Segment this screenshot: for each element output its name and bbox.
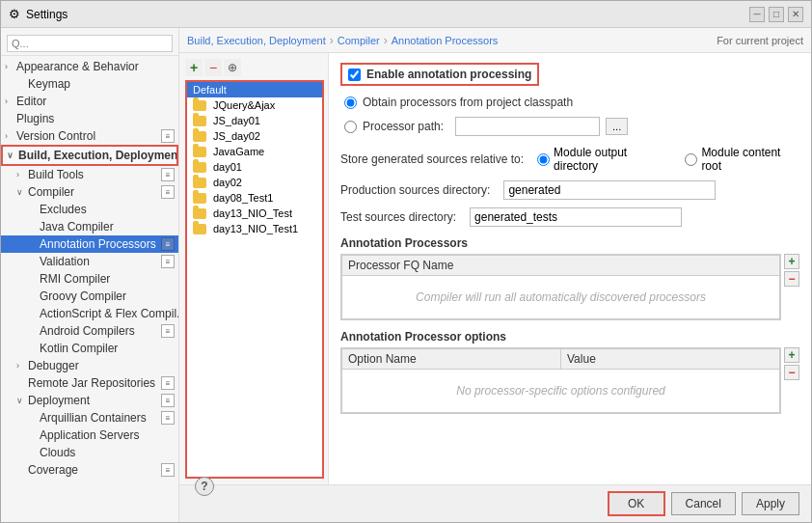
add-module-button[interactable]: + bbox=[185, 59, 203, 76]
annotation-options-table: Option Name Value No processor-specific … bbox=[341, 348, 780, 413]
obtain-processors-row: Obtain processors from project classpath bbox=[344, 96, 799, 109]
module-item-day13-nio[interactable]: day13_NIO_Test bbox=[187, 206, 322, 221]
folder-icon bbox=[193, 116, 206, 126]
production-sources-input[interactable] bbox=[503, 180, 716, 200]
title-bar-controls: ─ □ ✕ bbox=[749, 7, 803, 22]
window-title: Settings bbox=[26, 8, 68, 21]
sidebar-item-android-compilers[interactable]: Android Compilers ≡ bbox=[1, 322, 178, 340]
processor-path-label: Processor path: bbox=[363, 120, 444, 133]
sidebar-item-java-compiler[interactable]: Java Compiler bbox=[1, 218, 178, 235]
breadcrumb-build[interactable]: Build, Execution, Deployment bbox=[187, 35, 326, 46]
remove-option-button[interactable]: − bbox=[784, 365, 799, 380]
module-item-day01[interactable]: day01 bbox=[187, 159, 322, 175]
obtain-processors-radio[interactable] bbox=[344, 96, 357, 109]
processor-path-input[interactable] bbox=[455, 117, 600, 136]
main-content: › Appearance & Behavior Keymap › Editor … bbox=[1, 28, 811, 522]
sidebar-item-label: Build Tools bbox=[28, 168, 84, 181]
right-panel: Build, Execution, Deployment › Compiler … bbox=[179, 28, 811, 522]
title-bar: ⚙ Settings ─ □ ✕ bbox=[1, 1, 811, 28]
sidebar-item-deployment[interactable]: ∨ Deployment ≡ bbox=[1, 392, 178, 409]
module-item-javagame[interactable]: JavaGame bbox=[187, 144, 322, 159]
breadcrumb-annotation[interactable]: Annotation Processors bbox=[392, 35, 499, 46]
sidebar-item-label: Android Compilers bbox=[40, 324, 135, 338]
test-sources-input[interactable] bbox=[470, 207, 682, 227]
copy-module-button[interactable]: ⊕ bbox=[224, 59, 241, 76]
module-item-day02[interactable]: day02 bbox=[187, 175, 322, 190]
breadcrumb-sep-2: › bbox=[384, 34, 388, 47]
processor-path-radio[interactable] bbox=[344, 121, 357, 133]
module-item-day13-nio1[interactable]: day13_NIO_Test1 bbox=[187, 221, 322, 236]
options-placeholder-text: No processor-specific options configured bbox=[456, 384, 665, 398]
add-option-button[interactable]: + bbox=[784, 347, 799, 363]
sidebar-item-coverage[interactable]: Coverage ≡ bbox=[1, 461, 178, 479]
breadcrumb-compiler[interactable]: Compiler bbox=[338, 35, 380, 46]
sidebar-item-label: Clouds bbox=[40, 446, 75, 459]
processor-path-browse-button[interactable]: ... bbox=[606, 118, 628, 135]
sidebar-item-clouds[interactable]: Clouds bbox=[1, 444, 178, 461]
folder-icon bbox=[193, 193, 206, 204]
sidebar-item-debugger[interactable]: › Debugger bbox=[1, 357, 178, 374]
module-label: day08_Test1 bbox=[213, 192, 273, 204]
maximize-button[interactable]: □ bbox=[769, 7, 784, 22]
sidebar-item-excludes[interactable]: Excludes bbox=[1, 201, 178, 218]
sidebar-item-annotation-processors[interactable]: Annotation Processors ≡ bbox=[1, 235, 178, 253]
processor-fq-name-header: Processor FQ Name bbox=[342, 256, 780, 276]
module-label: day13_NIO_Test1 bbox=[213, 223, 298, 234]
sidebar-item-kotlin-compiler[interactable]: Kotlin Compiler bbox=[1, 340, 178, 357]
add-processor-button[interactable]: + bbox=[784, 254, 799, 269]
minimize-button[interactable]: ─ bbox=[749, 7, 765, 22]
module-label: JS_day01 bbox=[213, 115, 260, 126]
sidebar-item-build-exec-deploy[interactable]: ∨ Build, Execution, Deployment bbox=[1, 145, 178, 166]
sidebar-item-version-control[interactable]: › Version Control ≡ bbox=[1, 127, 178, 145]
option-name-header: Option Name bbox=[342, 349, 561, 370]
ok-button[interactable]: OK bbox=[608, 491, 665, 516]
module-item-day08[interactable]: day08_Test1 bbox=[187, 190, 322, 206]
module-output-radio[interactable] bbox=[537, 153, 550, 166]
annotation-processors-table-container: Processor FQ Name Compiler will run all … bbox=[340, 254, 781, 320]
module-label: Default bbox=[193, 84, 227, 96]
settings-page-icon: ≡ bbox=[161, 185, 175, 199]
sidebar-item-editor[interactable]: › Editor bbox=[1, 93, 178, 110]
cancel-button[interactable]: Cancel bbox=[671, 492, 736, 515]
sidebar-item-arquillian[interactable]: Arquillian Containers ≡ bbox=[1, 409, 178, 427]
remove-module-button[interactable]: − bbox=[204, 59, 222, 76]
module-list: Default JQuery&Ajax JS_day01 JS_day bbox=[185, 80, 324, 479]
sidebar-item-label: Editor bbox=[16, 95, 46, 108]
apply-button[interactable]: Apply bbox=[742, 492, 799, 515]
sidebar-item-build-tools[interactable]: › Build Tools ≡ bbox=[1, 166, 178, 183]
options-table-buttons: + − bbox=[784, 347, 799, 414]
option-value-header: Value bbox=[561, 349, 780, 370]
module-item-js-day02[interactable]: JS_day02 bbox=[187, 128, 322, 144]
production-sources-label: Production sources directory: bbox=[340, 183, 490, 197]
test-sources-label: Test sources directory: bbox=[340, 210, 456, 224]
enable-annotation-processing-label[interactable]: Enable annotation processing bbox=[366, 68, 531, 81]
sidebar-item-compiler[interactable]: ∨ Compiler ≡ bbox=[1, 183, 178, 201]
sidebar-item-plugins[interactable]: Plugins bbox=[1, 110, 178, 127]
store-generated-label: Store generated sources relative to: bbox=[340, 152, 524, 166]
module-content-radio[interactable] bbox=[685, 153, 697, 166]
sidebar-item-keymap[interactable]: Keymap bbox=[1, 75, 178, 93]
sidebar-item-groovy-compiler[interactable]: Groovy Compiler bbox=[1, 288, 178, 305]
folder-icon bbox=[193, 100, 206, 111]
search-container bbox=[1, 32, 178, 56]
sidebar-item-remote-jar[interactable]: Remote Jar Repositories ≡ bbox=[1, 374, 178, 392]
sidebar-item-app-servers[interactable]: Application Servers bbox=[1, 427, 178, 444]
module-item-js-day01[interactable]: JS_day01 bbox=[187, 113, 322, 128]
settings-page-icon: ≡ bbox=[161, 463, 175, 477]
help-button[interactable]: ? bbox=[195, 477, 214, 496]
enable-annotation-processing-checkbox[interactable] bbox=[348, 69, 361, 81]
module-item-default[interactable]: Default bbox=[187, 82, 322, 97]
remove-processor-button[interactable]: − bbox=[784, 271, 799, 287]
collapse-arrow-icon: ∨ bbox=[7, 151, 18, 160]
enable-annotation-processing-row: Enable annotation processing bbox=[340, 63, 539, 86]
sidebar-item-rmi-compiler[interactable]: RMI Compiler bbox=[1, 270, 178, 288]
close-button[interactable]: ✕ bbox=[788, 7, 803, 22]
expand-arrow-icon: › bbox=[5, 62, 16, 71]
sidebar-item-actionscript[interactable]: ActionScript & Flex Compil... ≡ bbox=[1, 305, 178, 322]
sidebar-item-appearance[interactable]: › Appearance & Behavior bbox=[1, 58, 178, 75]
search-input[interactable] bbox=[7, 35, 173, 52]
button-bar: ? OK Cancel Apply bbox=[179, 484, 811, 522]
sidebar-item-validation[interactable]: Validation ≡ bbox=[1, 253, 178, 270]
options-placeholder-row: No processor-specific options configured bbox=[342, 370, 780, 413]
module-item-jquery[interactable]: JQuery&Ajax bbox=[187, 97, 322, 113]
